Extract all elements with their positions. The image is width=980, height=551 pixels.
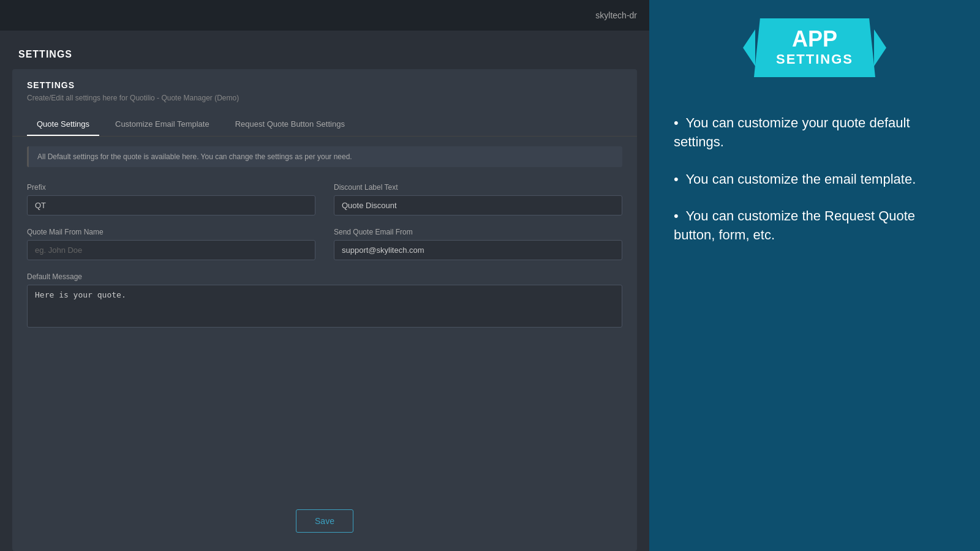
save-button[interactable]: Save bbox=[296, 509, 353, 533]
settings-card: SETTINGS Create/Edit all settings here f… bbox=[12, 69, 637, 551]
form-row-1: Prefix Discount Label Text bbox=[27, 183, 622, 216]
card-header: SETTINGS Create/Edit all settings here f… bbox=[12, 69, 637, 108]
tab-email-template[interactable]: Customize Email Template bbox=[105, 113, 219, 136]
main-panel: skyltech-dr SETTINGS SETTINGS Create/Edi… bbox=[0, 0, 649, 551]
form-area: Prefix Discount Label Text Quote Mail Fr… bbox=[12, 177, 637, 497]
discount-label-label: Discount Label Text bbox=[334, 183, 622, 192]
card-subtitle: Create/Edit all settings here for Quotil… bbox=[27, 94, 622, 102]
page-title: SETTINGS bbox=[18, 49, 631, 60]
form-row-2: Quote Mail From Name Send Quote Email Fr… bbox=[27, 228, 622, 260]
card-title: SETTINGS bbox=[27, 80, 622, 90]
form-group-discount-label: Discount Label Text bbox=[334, 183, 622, 216]
logo-left-tab bbox=[743, 29, 755, 66]
logo-text-app: APP bbox=[776, 28, 853, 50]
feature-item-2: • You can customize the email template. bbox=[674, 170, 956, 189]
tab-quote-settings[interactable]: Quote Settings bbox=[27, 113, 99, 136]
feature-item-3: • You can customize the Request Quote bu… bbox=[674, 207, 956, 245]
app-logo: APP SETTINGS bbox=[754, 18, 875, 77]
right-panel: APP SETTINGS • You can customize your qu… bbox=[649, 0, 980, 551]
tabs-container: Quote Settings Customize Email Template … bbox=[12, 113, 637, 137]
top-bar: skyltech-dr bbox=[0, 0, 649, 31]
features-list: • You can customize your quote default s… bbox=[674, 114, 956, 263]
mail-from-label: Quote Mail From Name bbox=[27, 228, 315, 236]
save-area: Save bbox=[12, 497, 637, 551]
form-row-3: Default Message bbox=[27, 272, 622, 328]
logo-inner: APP SETTINGS bbox=[754, 18, 875, 77]
send-email-from-label: Send Quote Email From bbox=[334, 228, 622, 236]
default-message-textarea[interactable] bbox=[27, 285, 622, 328]
logo-wrapper: APP SETTINGS bbox=[754, 18, 875, 77]
form-group-send-email-from: Send Quote Email From bbox=[334, 228, 622, 260]
feature-item-1: • You can customize your quote default s… bbox=[674, 114, 956, 152]
logo-right-tab bbox=[874, 29, 886, 66]
logo-text-settings: SETTINGS bbox=[776, 51, 853, 67]
form-group-default-message: Default Message bbox=[27, 272, 622, 328]
discount-label-input[interactable] bbox=[334, 195, 622, 216]
send-email-from-input[interactable] bbox=[334, 240, 622, 260]
default-message-label: Default Message bbox=[27, 272, 622, 281]
info-banner: All Default settings for the quote is av… bbox=[27, 146, 622, 167]
form-group-mail-from: Quote Mail From Name bbox=[27, 228, 315, 260]
prefix-label: Prefix bbox=[27, 183, 315, 192]
username-label: skyltech-dr bbox=[595, 10, 637, 20]
page-title-area: SETTINGS bbox=[0, 31, 649, 69]
form-group-prefix: Prefix bbox=[27, 183, 315, 216]
tab-request-quote[interactable]: Request Quote Button Settings bbox=[225, 113, 355, 136]
mail-from-input[interactable] bbox=[27, 240, 315, 260]
prefix-input[interactable] bbox=[27, 195, 315, 216]
